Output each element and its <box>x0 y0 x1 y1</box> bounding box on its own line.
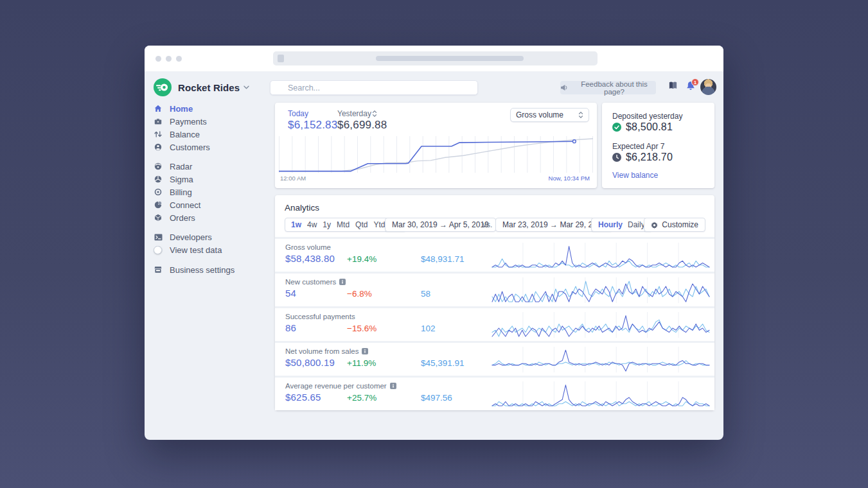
account-name: Rocket Rides <box>178 82 240 93</box>
sidebar-item-customers[interactable]: Customers <box>145 141 270 153</box>
metric-previous-value: $497.56 <box>421 393 452 403</box>
docs-button[interactable] <box>668 81 678 90</box>
sidebar-item-label: Sigma <box>170 175 193 184</box>
info-icon[interactable] <box>362 348 368 354</box>
search-input[interactable] <box>270 80 478 95</box>
sidebar-item-label: Payments <box>170 117 207 126</box>
address-bar[interactable] <box>273 51 598 65</box>
sidebar-item-orders[interactable]: Orders <box>145 211 270 224</box>
window-zoom-button[interactable] <box>176 56 182 62</box>
average-revenue-sparkline <box>492 381 710 407</box>
metric-previous-value: $45,391.91 <box>421 358 465 368</box>
deposited-value: $8,500.81 <box>626 121 673 133</box>
sidebar-item-label: View test data <box>170 245 222 255</box>
sidebar-item-label: Radar <box>170 162 192 171</box>
main-content: Feedback about this page? 1 Today Yester… <box>270 71 723 440</box>
customize-button[interactable]: Customize <box>644 218 705 232</box>
comparison-selector-icon[interactable] <box>372 110 377 118</box>
payments-icon <box>154 118 163 126</box>
metric-label: Average revenue per customer <box>285 382 396 390</box>
range-1w[interactable]: 1w <box>291 220 301 229</box>
sidebar-item-home[interactable]: Home <box>145 102 270 115</box>
range-mtd[interactable]: Mtd <box>337 220 350 229</box>
view-balance-link[interactable]: View balance <box>612 171 658 180</box>
metric-label: Gross volume <box>285 243 331 251</box>
notifications-button[interactable]: 1 <box>686 81 696 91</box>
metric-row-net-volume[interactable]: Net volume from sales $50,800.19 +11.9% … <box>275 343 714 376</box>
net-volume-sparkline <box>492 347 710 372</box>
sidebar-item-radar[interactable]: Radar <box>145 160 270 173</box>
metric-row-successful-payments[interactable]: Successful payments 86 −15.6% 102 <box>275 308 714 341</box>
megaphone-icon <box>560 84 569 91</box>
info-icon[interactable] <box>390 383 396 389</box>
granularity-hourly[interactable]: Hourly <box>598 220 623 229</box>
sidebar-item-developers[interactable]: Developers <box>145 231 270 243</box>
sidebar-item-label: Balance <box>170 130 200 139</box>
clock-icon <box>612 153 621 162</box>
analytics-card: Analytics 1w 4w 1y Mtd Qtd Ytd All Mar 3… <box>275 195 714 410</box>
axis-start-label: 12:00 AM <box>280 175 306 182</box>
connect-icon <box>154 201 163 209</box>
metric-select-value: Gross volume <box>516 110 563 119</box>
sidebar-item-payments[interactable]: Payments <box>145 115 270 128</box>
metric-row-average-revenue[interactable]: Average revenue per customer $625.65 +25… <box>275 378 714 410</box>
metric-rows: Gross volume $58,438.80 +19.4% $48,931.7… <box>275 237 714 410</box>
vs-label: vs. <box>483 220 492 229</box>
orders-icon <box>154 214 163 222</box>
feedback-label: Feedback about this page? <box>572 80 656 96</box>
analytics-title: Analytics <box>285 203 319 213</box>
radar-icon <box>154 162 163 171</box>
range-4w[interactable]: 4w <box>307 220 317 229</box>
metric-row-new-customers[interactable]: New customers 54 −6.8% 58 <box>275 274 714 306</box>
range-ytd[interactable]: Ytd <box>373 220 385 229</box>
metric-label: New customers <box>285 278 346 286</box>
metric-current-value: $50,800.19 <box>285 357 335 368</box>
sidebar-item-balance[interactable]: Balance <box>145 128 270 141</box>
notification-badge: 1 <box>691 78 699 86</box>
primary-date-range[interactable]: Mar 30, 2019 → Apr 5, 2019 <box>385 218 496 232</box>
billing-icon <box>154 188 163 196</box>
sidebar-item-view-test-data[interactable]: View test data <box>145 243 270 256</box>
url-text-placeholder <box>376 56 524 61</box>
select-chevrons-icon <box>578 111 583 119</box>
sidebar-item-sigma[interactable]: Sigma <box>145 173 270 186</box>
sidebar-item-billing[interactable]: Billing <box>145 186 270 198</box>
customize-label: Customize <box>662 220 698 229</box>
sidebar-item-business-settings[interactable]: Business settings <box>145 263 270 276</box>
feedback-button[interactable]: Feedback about this page? <box>560 81 656 94</box>
balance-card: Deposited yesterday $8,500.81 Expected A… <box>602 103 714 188</box>
metric-label: Net volume from sales <box>285 347 368 355</box>
customers-icon <box>154 143 163 152</box>
chevron-down-icon <box>244 85 249 89</box>
metric-delta: −15.6% <box>347 324 376 333</box>
user-avatar[interactable] <box>700 79 716 95</box>
info-icon[interactable] <box>339 279 346 285</box>
metric-select[interactable]: Gross volume <box>510 108 589 122</box>
metric-previous-value: 102 <box>421 324 436 333</box>
range-qtd[interactable]: Qtd <box>355 220 368 229</box>
sigma-icon <box>154 175 163 184</box>
test-data-toggle[interactable] <box>154 246 163 254</box>
metric-current-value: 54 <box>285 288 296 299</box>
sidebar-item-label: Business settings <box>170 265 235 275</box>
metric-delta: +25.7% <box>347 393 376 403</box>
window-minimize-button[interactable] <box>166 56 172 62</box>
metric-row-gross-volume[interactable]: Gross volume $58,438.80 +19.4% $48,931.7… <box>275 239 714 272</box>
window-controls[interactable] <box>155 56 182 62</box>
account-switcher[interactable]: Rocket Rides <box>154 78 249 96</box>
granularity-group: Hourly Daily <box>591 218 652 232</box>
toggle-knob <box>154 246 162 254</box>
sidebar-item-label: Customers <box>170 143 210 152</box>
granularity-daily[interactable]: Daily <box>628 220 645 229</box>
metric-current-value: 86 <box>285 322 296 333</box>
overview-card: Today Yesterday $6,152.83 $6,699.88 Gros… <box>275 103 597 188</box>
successful-payments-sparkline <box>492 312 710 338</box>
sidebar-item-label: Billing <box>170 187 192 197</box>
sidebar-item-connect[interactable]: Connect <box>145 198 270 211</box>
metric-delta: +19.4% <box>347 254 376 264</box>
window-close-button[interactable] <box>155 56 161 62</box>
sidebar: Rocket Rides Home Payments Balance <box>145 71 270 440</box>
check-circle-icon <box>612 123 621 132</box>
range-1y[interactable]: 1y <box>323 220 331 229</box>
new-customers-sparkline <box>492 277 710 303</box>
